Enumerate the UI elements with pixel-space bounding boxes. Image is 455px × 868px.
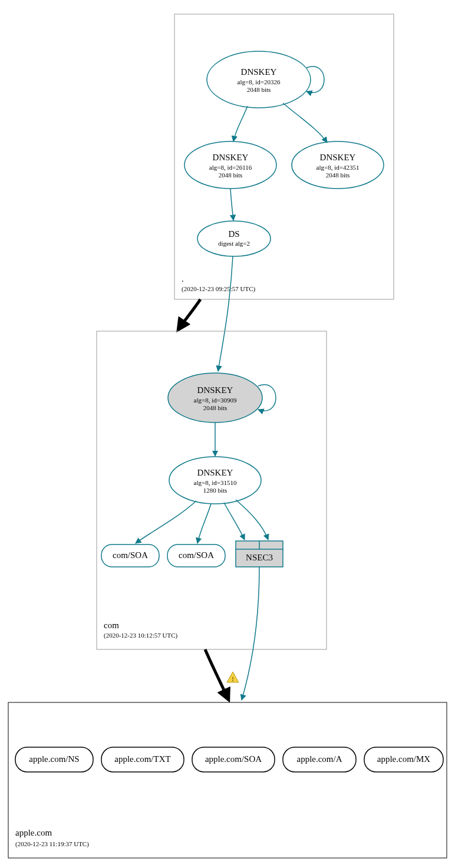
svg-text:DNSKEY: DNSKEY (320, 153, 356, 162)
zone-apple: apple.com (2020-12-23 11:19:37 UTC) (8, 702, 447, 858)
svg-text:2048 bits: 2048 bits (203, 404, 228, 411)
svg-text:DNSKEY: DNSKEY (213, 153, 249, 162)
node-apple-mx[interactable]: apple.com/MX (364, 747, 443, 772)
edge-root-ksk-zsk2 (283, 103, 327, 143)
svg-text:2048 bits: 2048 bits (219, 171, 243, 179)
edge-root-ksk-zsk1 (233, 106, 248, 141)
edge-com-zsk-soa2 (197, 504, 211, 543)
svg-text:apple.com/MX: apple.com/MX (377, 754, 431, 764)
node-root-ds[interactable]: DS digest alg=2 (197, 221, 271, 256)
edge-com-zsk-nsec3-b (236, 500, 268, 540)
zone-root-timestamp: (2020-12-23 09:25:57 UTC) (182, 285, 256, 293)
svg-rect-35 (8, 702, 447, 858)
svg-text:apple.com/A: apple.com/A (296, 754, 342, 764)
svg-text:DNSKEY: DNSKEY (197, 385, 233, 395)
svg-text:DNSKEY: DNSKEY (197, 468, 233, 477)
svg-text:apple.com/TXT: apple.com/TXT (114, 754, 170, 764)
svg-text:apple.com/SOA: apple.com/SOA (205, 754, 262, 764)
edge-root-ds-com-ksk (218, 256, 233, 371)
svg-text:2048 bits: 2048 bits (326, 171, 350, 179)
edge-com-nsec3-apple (242, 567, 259, 700)
edge-delegation-com-apple (205, 649, 229, 700)
zone-apple-timestamp: (2020-12-23 11:19:37 UTC) (15, 840, 89, 848)
svg-text:digest alg=2: digest alg=2 (218, 240, 250, 247)
edge-com-zsk-nsec3-a (224, 503, 245, 540)
zone-com-timestamp: (2020-12-23 10:12:57 UTC) (104, 632, 178, 639)
node-com-ksk[interactable]: DNSKEY alg=8, id=30909 2048 bits (168, 373, 262, 423)
edge-delegation-root-com (178, 299, 200, 330)
zone-root-label: . (182, 274, 184, 283)
svg-text:alg=8, id=30909: alg=8, id=30909 (194, 397, 237, 404)
node-com-soa1[interactable]: com/SOA (101, 544, 159, 567)
node-apple-a[interactable]: apple.com/A (283, 747, 356, 772)
node-apple-ns[interactable]: apple.com/NS (15, 747, 93, 772)
svg-text:apple.com/NS: apple.com/NS (29, 754, 79, 764)
svg-text:!: ! (232, 675, 234, 682)
node-root-zsk2[interactable]: DNSKEY alg=8, id=42351 2048 bits (292, 141, 384, 189)
node-root-zsk1[interactable]: DNSKEY alg=8, id=26116 2048 bits (184, 141, 276, 189)
svg-text:DNSKEY: DNSKEY (241, 67, 277, 77)
node-apple-txt[interactable]: apple.com/TXT (101, 747, 184, 772)
edge-root-zsk1-ds (230, 189, 233, 220)
svg-text:alg=8, id=31510: alg=8, id=31510 (194, 479, 237, 486)
svg-text:com/SOA: com/SOA (179, 550, 214, 560)
zone-apple-label: apple.com (15, 828, 52, 837)
node-root-ksk[interactable]: DNSKEY alg=8, id=20326 2048 bits (207, 51, 311, 108)
node-apple-soa[interactable]: apple.com/SOA (192, 747, 275, 772)
edge-com-zsk-soa1 (136, 501, 196, 543)
svg-text:alg=8, id=20326: alg=8, id=20326 (238, 78, 281, 85)
svg-text:alg=8, id=26116: alg=8, id=26116 (209, 164, 252, 171)
node-com-nsec3[interactable]: NSEC3 (236, 541, 283, 567)
svg-text:DS: DS (228, 229, 239, 239)
svg-text:2048 bits: 2048 bits (247, 86, 271, 93)
svg-text:com/SOA: com/SOA (113, 550, 148, 560)
svg-text:1280 bits: 1280 bits (203, 487, 228, 494)
svg-text:NSEC3: NSEC3 (246, 553, 273, 562)
warning-icon[interactable]: ! (227, 672, 239, 682)
svg-text:alg=8, id=42351: alg=8, id=42351 (316, 164, 360, 171)
node-com-soa2[interactable]: com/SOA (167, 544, 225, 567)
zone-com-label: com (104, 621, 119, 630)
node-com-zsk[interactable]: DNSKEY alg=8, id=31510 1280 bits (169, 457, 261, 504)
